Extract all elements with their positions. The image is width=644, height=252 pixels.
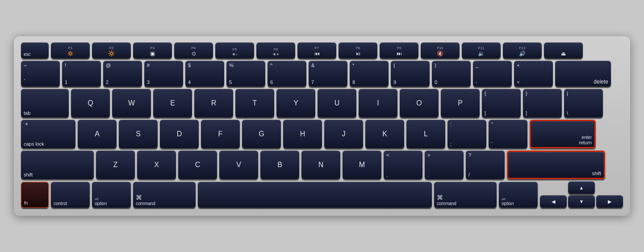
key-b[interactable]: B — [260, 151, 299, 179]
key-d[interactable]: D — [160, 120, 199, 148]
key-8[interactable]: * 8 — [350, 61, 389, 87]
tab-label: tab — [24, 110, 30, 116]
key-z[interactable]: Z — [96, 151, 135, 179]
key-shift-right[interactable]: shift — [507, 151, 605, 179]
key-5-top: % — [229, 63, 234, 68]
key-f1[interactable]: F1 🔅 — [51, 42, 90, 59]
key-f12[interactable]: F12 🔊 — [503, 42, 542, 59]
key-9[interactable]: ( 9 — [391, 61, 430, 87]
key-4-bot: 4 — [188, 80, 191, 85]
key-r[interactable]: R — [194, 89, 233, 118]
control-label: control — [54, 201, 67, 206]
enter-top-label: enter — [581, 135, 592, 140]
key-option-right[interactable]: alt option — [499, 182, 538, 208]
key-delete[interactable]: delete — [555, 61, 611, 87]
key-period[interactable]: > . — [425, 151, 464, 179]
key-o[interactable]: O — [400, 89, 439, 118]
key-arrow-down[interactable]: ▼ — [568, 195, 595, 208]
key-bracket-close[interactable]: } ] — [523, 89, 562, 118]
f7-label: F7 — [315, 46, 319, 50]
key-e[interactable]: E — [153, 89, 192, 118]
key-enter[interactable]: enter return — [530, 120, 596, 148]
key-4[interactable]: $ 4 — [185, 61, 224, 87]
key-f[interactable]: F — [201, 120, 240, 148]
key-spacebar[interactable] — [198, 182, 432, 208]
key-control[interactable]: control — [51, 182, 90, 208]
key-q[interactable]: Q — [71, 89, 110, 118]
key-esc[interactable]: esc — [21, 42, 49, 59]
f10-icon: 🔇 — [437, 50, 443, 57]
key-n[interactable]: N — [301, 151, 340, 179]
key-x[interactable]: X — [137, 151, 176, 179]
key-backslash[interactable]: | \ — [564, 89, 603, 118]
f2-label: F2 — [109, 46, 113, 50]
f11-label: F11 — [478, 46, 485, 50]
key-equal[interactable]: + = — [514, 61, 553, 87]
key-m[interactable]: M — [343, 151, 381, 179]
key-tilde[interactable]: ~ ` — [21, 61, 60, 87]
key-tab[interactable]: tab — [21, 89, 69, 118]
key-7[interactable]: & 7 — [309, 61, 347, 87]
key-comma[interactable]: < , — [384, 151, 422, 179]
key-minus[interactable]: _ - — [473, 61, 512, 87]
key-arrow-right[interactable]: ▶ — [596, 195, 623, 208]
key-i[interactable]: I — [359, 89, 397, 118]
key-arrow-left[interactable]: ◀ — [540, 195, 567, 208]
key-1[interactable]: ! 1 — [62, 61, 101, 87]
key-0[interactable]: ) 0 — [432, 61, 471, 87]
key-a[interactable]: A — [78, 120, 117, 148]
key-f3[interactable]: F3 ▣ — [133, 42, 172, 59]
key-arrow-up[interactable]: ▲ — [568, 181, 595, 194]
key-6-bot: 6 — [270, 80, 273, 85]
key-g[interactable]: G — [242, 120, 281, 148]
f5-label: F5 — [233, 47, 237, 51]
key-f9[interactable]: F9 ⏭ — [380, 42, 418, 59]
f12-label: F12 — [519, 46, 526, 50]
shift-left-label: shift — [24, 172, 33, 177]
key-semicolon[interactable]: : ; — [447, 120, 486, 148]
key-f8[interactable]: F8 ⏯ — [339, 42, 377, 59]
key-v[interactable]: V — [219, 151, 258, 179]
key-y[interactable]: Y — [276, 89, 315, 118]
f3-icon: ▣ — [150, 50, 155, 57]
key-5[interactable]: % 5 — [226, 61, 265, 87]
key-3[interactable]: # 3 — [144, 61, 183, 87]
key-t[interactable]: T — [235, 89, 274, 118]
f2-icon: 🔆 — [108, 50, 115, 57]
key-u[interactable]: U — [318, 89, 356, 118]
key-quote[interactable]: " ' — [489, 120, 527, 148]
key-f5[interactable]: F5 ☀- — [215, 42, 254, 59]
key-l[interactable]: L — [406, 120, 445, 148]
key-eject[interactable]: ⏏ — [544, 42, 583, 59]
key-command-right[interactable]: ⌘ command — [434, 182, 497, 208]
key-f2[interactable]: F2 🔆 — [92, 42, 131, 59]
key-0-top: ) — [435, 63, 436, 68]
key-j[interactable]: J — [324, 120, 363, 148]
key-command-left[interactable]: ⌘ command — [133, 182, 196, 208]
key-k[interactable]: K — [365, 120, 404, 148]
key-caps-lock[interactable]: caps lock — [21, 120, 75, 148]
key-c[interactable]: C — [178, 151, 217, 179]
key-slash[interactable]: ? / — [466, 151, 505, 179]
key-f6[interactable]: F6 ☀+ — [256, 42, 295, 59]
key-w[interactable]: W — [112, 89, 151, 118]
key-f7[interactable]: F7 ⏮ — [297, 42, 336, 59]
key-p[interactable]: P — [441, 89, 480, 118]
key-bracket-open[interactable]: { [ — [482, 89, 521, 118]
key-2[interactable]: @ 2 — [103, 61, 142, 87]
key-fn[interactable]: fn — [21, 182, 49, 208]
key-h[interactable]: H — [283, 120, 322, 148]
key-shift-left[interactable]: shift — [21, 151, 94, 179]
key-s[interactable]: S — [119, 120, 158, 148]
command-left-sym: ⌘ — [136, 194, 142, 201]
tilde-bot: ` — [24, 79, 25, 85]
option-right-label: option — [502, 201, 514, 206]
key-6[interactable]: ^ 6 — [268, 61, 306, 87]
f8-label: F8 — [356, 46, 360, 50]
key-f11[interactable]: F11 🔉 — [462, 42, 501, 59]
key-f4[interactable]: F4 ⊙ — [174, 42, 213, 59]
arrow-up-icon: ▲ — [579, 185, 584, 190]
key-f10[interactable]: F10 🔇 — [421, 42, 460, 59]
f9-label: F9 — [397, 46, 401, 50]
key-option-left[interactable]: alt option — [92, 182, 131, 208]
